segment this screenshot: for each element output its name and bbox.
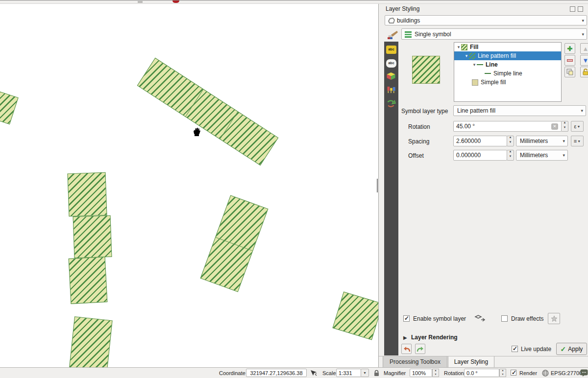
close-panel-icon[interactable] xyxy=(578,6,583,12)
check-icon: ✓ xyxy=(561,345,566,353)
enable-layer-override-button[interactable] xyxy=(473,314,487,324)
building-polygon[interactable] xyxy=(69,257,108,304)
render-checkbox[interactable] xyxy=(511,370,516,376)
offset-label: Offset xyxy=(408,152,424,159)
spin-down-icon[interactable]: ▼ xyxy=(507,155,514,160)
collapse-arrow-icon[interactable]: ▶ xyxy=(403,335,407,340)
panel-splitter-handle[interactable] xyxy=(377,179,378,192)
live-update-label: Live update xyxy=(521,346,551,353)
building-polygon[interactable] xyxy=(332,291,378,340)
rotation-label: Rotation xyxy=(408,123,430,130)
tab-processing-toolbox[interactable]: Processing Toolbox xyxy=(383,356,447,367)
scale-label: Scale xyxy=(322,370,336,376)
spacing-data-defined-override-button[interactable]: ≡▼ xyxy=(571,136,584,146)
rotation-spinner[interactable]: ▲ ▼ xyxy=(561,121,568,132)
offset-unit-combo[interactable]: Millimeters ▾ xyxy=(516,150,568,161)
customize-effects-button[interactable] xyxy=(548,313,560,324)
scale-dropdown-button[interactable]: ▾ xyxy=(361,369,369,377)
offset-spinner[interactable]: ▲ ▼ xyxy=(507,150,514,161)
messages-icon[interactable] xyxy=(580,369,588,377)
symbol-layer-tree: ▾ Fill ▾ Line pattern fill ▾ Line Simple… xyxy=(454,42,562,102)
tree-item-line-pattern-fill[interactable]: ▾ Line pattern fill xyxy=(454,51,561,60)
lock-icon xyxy=(582,69,588,75)
spacing-spinner[interactable]: ▲ ▼ xyxy=(507,136,514,146)
undo-button[interactable] xyxy=(401,344,412,354)
tree-item-simple-line[interactable]: Simple line xyxy=(454,69,561,78)
labels-icon[interactable]: abc xyxy=(386,46,396,54)
duplicate-symbol-layer-button[interactable] xyxy=(564,67,575,77)
spacing-unit-combo[interactable]: Millimeters ▾ xyxy=(516,136,568,146)
history-icon[interactable] xyxy=(386,99,396,108)
spin-down-icon[interactable]: ▼ xyxy=(507,141,514,146)
mask-icon[interactable]: abc xyxy=(386,59,396,68)
building-polygon[interactable] xyxy=(0,90,19,125)
live-update-checkbox[interactable] xyxy=(512,346,518,352)
minus-icon xyxy=(567,59,573,62)
spacing-input[interactable]: 2.600000 xyxy=(453,136,507,146)
add-symbol-layer-button[interactable]: ✚ xyxy=(564,43,575,54)
undo-icon xyxy=(403,346,410,352)
3d-view-icon[interactable] xyxy=(386,72,396,80)
move-up-button[interactable]: ▲ xyxy=(580,43,588,54)
chevron-down-icon: ▾ xyxy=(582,18,584,23)
spacing-label: Spacing xyxy=(408,138,429,145)
rotation-data-defined-override-button[interactable]: ε▼ xyxy=(571,121,584,132)
chevron-down-icon: ▾ xyxy=(582,32,584,37)
building-polygon[interactable] xyxy=(69,316,112,367)
float-panel-icon[interactable] xyxy=(570,6,575,12)
renderer-combo[interactable]: Single symbol ▾ xyxy=(401,28,587,40)
magnifier-spinner[interactable]: ▲ ▼ xyxy=(432,369,439,377)
enable-symbol-layer-checkbox[interactable] xyxy=(403,315,410,322)
tree-item-fill[interactable]: ▾ Fill xyxy=(454,43,561,51)
remove-symbol-layer-button[interactable] xyxy=(564,55,575,66)
draw-effects-checkbox[interactable] xyxy=(501,315,508,322)
tree-item-simple-fill[interactable]: Simple fill xyxy=(454,78,561,87)
clear-value-icon[interactable]: ✕ xyxy=(551,123,558,130)
offset-input[interactable]: 0.000000 xyxy=(453,150,507,161)
building-polygon[interactable] xyxy=(137,58,279,165)
building-polygon[interactable] xyxy=(200,195,269,292)
panel-title: Layer Styling xyxy=(386,5,419,12)
draw-effects-label: Draw effects xyxy=(511,315,543,322)
redo-button[interactable] xyxy=(415,344,425,354)
chevron-down-icon: ▾ xyxy=(581,108,583,113)
map-canvas[interactable] xyxy=(0,4,378,367)
map-rotation-input[interactable]: 0.0 ° xyxy=(464,369,499,377)
apply-button[interactable]: ✓ Apply xyxy=(556,343,587,355)
spin-down-icon[interactable]: ▼ xyxy=(500,373,506,377)
lock-color-button[interactable] xyxy=(580,67,588,77)
coordinate-label: Coordinate xyxy=(219,370,245,376)
expander-icon[interactable]: ▾ xyxy=(456,45,461,49)
polygon-layer-icon xyxy=(388,18,395,24)
rotation-input[interactable]: 45.00 ° ✕ xyxy=(453,121,562,132)
building-polygon[interactable] xyxy=(73,215,112,259)
layer-rendering-header[interactable]: Layer Rendering xyxy=(411,334,458,341)
qgis-window: Layer Styling buildings ▾ Single symb xyxy=(0,0,588,378)
expander-icon[interactable]: ▾ xyxy=(472,62,477,67)
tree-item-line[interactable]: ▾ Line xyxy=(454,60,561,69)
simple-fill-icon xyxy=(472,79,478,86)
building-polygon[interactable] xyxy=(67,172,107,217)
line-symbol-icon xyxy=(477,62,483,68)
redo-icon xyxy=(417,346,424,352)
scale-lock-icon[interactable] xyxy=(373,370,380,377)
diagrams-icon[interactable] xyxy=(386,86,396,94)
styling-mode-sidebar: abc abc xyxy=(384,42,398,355)
line-pattern-fill-icon xyxy=(469,53,475,59)
tab-layer-styling[interactable]: Layer Styling xyxy=(448,356,494,367)
move-down-button[interactable]: ▼ xyxy=(580,55,588,66)
spin-down-icon[interactable]: ▼ xyxy=(562,126,568,131)
scale-input[interactable]: 1:331 xyxy=(336,369,361,377)
symbol-layer-type-combo[interactable]: Line pattern fill ▾ xyxy=(453,105,586,116)
mouse-tracking-icon[interactable] xyxy=(310,370,318,377)
spin-down-icon[interactable]: ▼ xyxy=(433,373,439,377)
symbology-brush-icon[interactable] xyxy=(386,30,398,40)
map-rotation-spinner[interactable]: ▲ ▼ xyxy=(499,369,506,377)
expander-icon[interactable]: ▾ xyxy=(464,53,469,58)
status-bar: Coordinate 321947.27,129636.38 Scale 1:3… xyxy=(0,367,588,378)
coordinate-input[interactable]: 321947.27,129636.38 xyxy=(246,369,307,377)
layer-selector-combo[interactable]: buildings ▾ xyxy=(385,15,587,25)
chevron-down-icon: ▾ xyxy=(563,153,565,158)
magnifier-input[interactable]: 100% xyxy=(410,369,432,377)
crs-globe-icon[interactable] xyxy=(542,370,549,377)
